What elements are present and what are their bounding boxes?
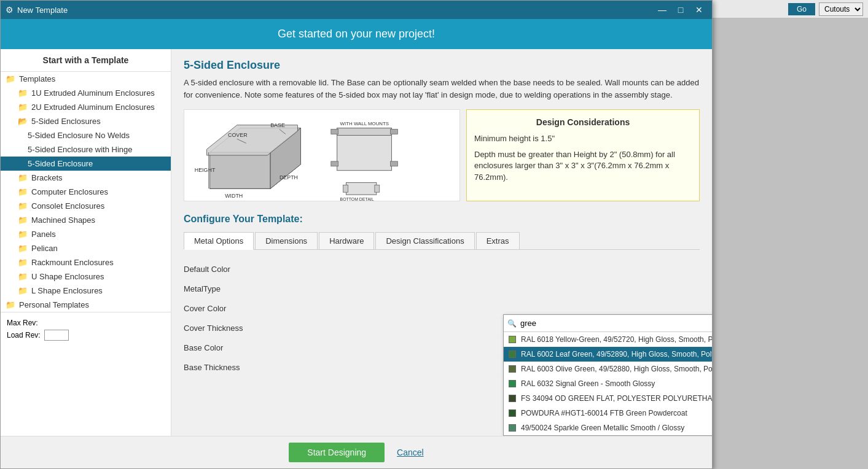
svg-rect-17 [331,161,338,166]
svg-text:HEIGHT: HEIGHT [195,167,216,173]
folder-icon: 📁 [18,103,28,112]
dropdown-list: RAL 6018 Yellow-Green, 49/52720, High Gl… [504,332,712,435]
color-search-input[interactable] [519,317,712,329]
tab-dimensions[interactable]: Dimensions [255,232,318,249]
sidebar-item-5sided-group[interactable]: 📂 5-Sided Enclosures [1,114,171,128]
dropdown-item-label-5: FS 34094 OD GREEN FLAT, POLYESTER POLYUR… [521,394,712,403]
dropdown-item-label-1: RAL 6018 Yellow-Green, 49/52720, High Gl… [521,335,712,344]
folder-icon: 📁 [18,201,28,211]
design-considerations: Design Considerations Minimum height is … [466,109,700,201]
sidebar-item-2u[interactable]: 📁 2U Extruded Aluminum Enclosures [1,100,171,114]
load-rev-input[interactable] [44,330,69,341]
sidebar-item-panels[interactable]: 📁 Panels [1,227,171,241]
maximize-button[interactable]: □ [673,4,689,16]
folder-icon: 📁 [6,300,15,309]
cover-color-label: Cover Color [184,304,337,313]
color-swatch-1 [509,336,516,343]
dropdown-item-label-4: RAL 6032 Signal Green - Smooth Glossy [521,379,655,388]
form-row-metal-type: MetalType [184,279,700,299]
sidebar-item-rackmount[interactable]: 📁 Rackmount Enclosures [1,255,171,269]
svg-rect-15 [331,130,338,134]
main-window: ⚙ New Template — □ ✕ Get started on your… [0,0,713,469]
tab-metal-options[interactable]: Metal Options [184,232,254,250]
folder-icon: 📁 [18,215,28,225]
sidebar-item-lshape[interactable]: 📁 L Shape Enclosures [1,284,171,298]
folder-icon: 📁 [18,258,28,267]
cover-thickness-label: Cover Thickness [184,324,337,333]
dropdown-item-4[interactable]: RAL 6032 Signal Green - Smooth Glossy [504,376,712,391]
color-swatch-5 [509,395,516,402]
cancel-button[interactable]: Cancel [397,448,424,457]
svg-rect-21 [343,185,348,192]
tabs: Metal Options Dimensions Hardware Design… [184,232,700,250]
main-content: Start with a Template 📁 Templates 📁 1U E… [1,49,712,436]
sidebar-item-ushape[interactable]: 📁 U Shape Enclosures [1,269,171,284]
svg-rect-22 [375,185,380,192]
svg-text:BASE: BASE [270,122,285,128]
dropdown-item-7[interactable]: 49/50024 Sparkle Green Metallic Smooth /… [504,421,712,435]
search-box: 🔍 ✕ [504,315,712,332]
dropdown-item-2[interactable]: RAL 6002 Leaf Green, 49/52890, High Glos… [504,347,712,362]
folder-icon: 📁 [18,230,28,239]
folder-icon: 📁 [18,244,28,253]
color-swatch-7 [509,424,516,432]
color-dropdown: 🔍 ✕ RAL 6018 Yellow-Green, 49/52720, Hig… [503,314,712,436]
design-considerations-title: Design Considerations [474,117,692,127]
dropdown-item-5[interactable]: FS 34094 OD GREEN FLAT, POLYESTER POLYUR… [504,391,712,406]
sidebar-item-pelican[interactable]: 📁 Pelican [1,241,171,255]
window-controls: — □ ✕ [654,4,707,16]
sidebar-item-computer-enclosures[interactable]: 📁 Computer Enclosures [1,185,171,199]
folder-open-icon: 📂 [18,117,28,126]
svg-rect-16 [390,130,397,134]
load-rev-label: Load Rev: [7,331,41,339]
color-swatch-2 [509,351,516,358]
sidebar-item-templates[interactable]: 📁 Templates [1,72,171,86]
sidebar-item-5sided-no-welds[interactable]: 5-Sided Enclosure No Welds [1,128,171,142]
svg-text:DEPTH: DEPTH [280,174,298,180]
sidebar-item-consolet[interactable]: 📁 Consolet Enclosures [1,199,171,213]
go-button[interactable]: Go [788,3,815,15]
svg-marker-1 [209,152,270,188]
sidebar-item-brackets[interactable]: 📁 Brackets [1,171,171,185]
minimize-button[interactable]: — [654,4,670,16]
sidebar-item-5sided-enclosure[interactable]: 5-Sided Enclosure [1,157,171,171]
sidebar-item-personal[interactable]: 📁 Personal Templates [1,298,171,312]
close-button[interactable]: ✕ [691,4,707,16]
sidebar-item-5sided-hinge[interactable]: 5-Sided Enclosure with Hinge [1,142,171,157]
folder-icon: 📁 [18,88,28,98]
base-color-label: Base Color [184,343,337,352]
sidebar: Start with a Template 📁 Templates 📁 1U E… [1,49,171,436]
cutouts-select[interactable]: Cutouts [819,2,863,16]
tab-hardware[interactable]: Hardware [319,232,374,249]
search-icon: 🔍 [507,319,517,328]
sidebar-item-machined[interactable]: 📁 Machined Shapes [1,213,171,227]
dropdown-item-label-7: 49/50024 Sparkle Green Metallic Smooth /… [521,424,684,432]
window-icon: ⚙ [6,5,14,15]
svg-text:COVER: COVER [228,132,248,138]
folder-icon: 📁 [18,272,28,281]
dropdown-item-label-3: RAL 6003 Olive Green, 49/52880, High Glo… [521,365,712,373]
design-consideration-1: Minimum height is 1.5" [474,133,692,144]
tab-design-classifications[interactable]: Design Classifications [375,232,474,249]
color-swatch-3 [509,365,516,373]
sidebar-footer: Max Rev: Load Rev: [1,312,171,349]
base-thickness-label: Base Thickness [184,363,337,372]
tab-extras[interactable]: Extras [476,232,520,249]
dropdown-item-3[interactable]: RAL 6003 Olive Green, 49/52880, High Glo… [504,362,712,376]
header-banner: Get started on your new project! [1,19,712,49]
form-row-default-color: Default Color [184,260,700,279]
title-bar: ⚙ New Template — □ ✕ [1,1,712,19]
dropdown-item-1[interactable]: RAL 6018 Yellow-Green, 49/52720, High Gl… [504,332,712,347]
enclosure-diagram: COVER BASE HEIGHT WIDTH DEPTH [184,109,460,201]
folder-icon: 📁 [18,173,28,182]
dropdown-item-6[interactable]: POWDURA #HGT1-60014 FTB Green Powdercoat [504,406,712,421]
max-rev-label: Max Rev: [7,319,38,327]
svg-rect-14 [337,128,392,136]
start-designing-button[interactable]: Start Designing [289,443,385,462]
sidebar-item-1u[interactable]: 📁 1U Extruded Aluminum Enclosures [1,86,171,100]
configure-title: Configure Your Template: [184,214,700,225]
sidebar-title: Start with a Template [1,49,171,72]
dropdown-item-label-6: POWDURA #HGT1-60014 FTB Green Powdercoat [521,409,687,417]
color-swatch-4 [509,380,516,387]
design-consideration-2: Depth must be greater than Height by 2" … [474,149,692,183]
